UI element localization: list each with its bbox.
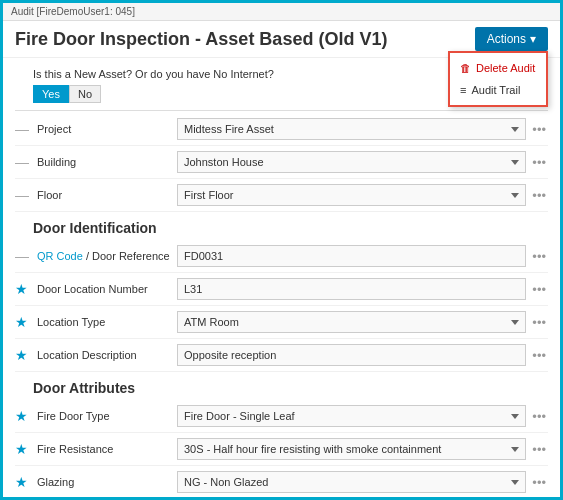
qrcode-menu[interactable]: ••• <box>530 249 548 264</box>
building-value: Johnston House <box>177 151 526 173</box>
qrcode-row: — QR Code / Door Reference ••• <box>15 240 548 273</box>
location-desc-value <box>177 344 526 366</box>
project-value: Midtess Fire Asset <box>177 118 526 140</box>
glazing-row: ★ Glazing NG - Non Glazed ••• <box>15 466 548 497</box>
fire-door-type-label: Fire Door Type <box>33 410 173 422</box>
main-content: Is this a New Asset? Or do you have No I… <box>3 58 560 497</box>
project-label: Project <box>33 123 173 135</box>
actions-wrapper: Actions ▾ 🗑 Delete Audit ≡ Audit Trail ← <box>475 27 548 51</box>
fire-door-type-menu[interactable]: ••• <box>530 409 548 424</box>
section-door-identification: Door Identification <box>15 212 548 240</box>
door-location-menu[interactable]: ••• <box>530 282 548 297</box>
glazing-label: Glazing <box>33 476 173 488</box>
fire-resistance-value: 30S - Half hour fire resisting with smok… <box>177 438 526 460</box>
glazing-select[interactable]: NG - Non Glazed <box>177 471 526 493</box>
location-desc-star: ★ <box>15 347 29 363</box>
delete-label: Delete Audit <box>476 62 535 74</box>
fire-door-type-star: ★ <box>15 408 29 424</box>
location-type-menu[interactable]: ••• <box>530 315 548 330</box>
fire-resistance-select[interactable]: 30S - Half hour fire resisting with smok… <box>177 438 526 460</box>
audit-trail-item[interactable]: ≡ Audit Trail <box>450 79 546 101</box>
floor-value: First Floor <box>177 184 526 206</box>
location-desc-label: Location Description <box>33 349 173 361</box>
qrcode-input[interactable] <box>177 245 526 267</box>
glazing-star: ★ <box>15 474 29 490</box>
floor-row: — Floor First Floor ••• <box>15 179 548 212</box>
page-title: Fire Door Inspection - Asset Based (Old … <box>15 29 387 50</box>
project-menu[interactable]: ••• <box>530 122 548 137</box>
qrcode-dash: — <box>15 248 29 264</box>
location-type-row: ★ Location Type ATM Room ••• <box>15 306 548 339</box>
audit-trail-label: Audit Trail <box>471 84 520 96</box>
floor-menu[interactable]: ••• <box>530 188 548 203</box>
door-location-label: Door Location Number <box>33 283 173 295</box>
building-select[interactable]: Johnston House <box>177 151 526 173</box>
location-desc-menu[interactable]: ••• <box>530 348 548 363</box>
glazing-value: NG - Non Glazed <box>177 471 526 493</box>
fire-resistance-menu[interactable]: ••• <box>530 442 548 457</box>
fire-door-type-value: Fire Door - Single Leaf <box>177 405 526 427</box>
location-desc-row: ★ Location Description ••• <box>15 339 548 372</box>
location-type-star: ★ <box>15 314 29 330</box>
fire-resistance-label: Fire Resistance <box>33 443 173 455</box>
project-dash: — <box>15 121 29 137</box>
new-asset-yes[interactable]: Yes <box>33 85 69 103</box>
fire-resistance-row: ★ Fire Resistance 30S - Half hour fire r… <box>15 433 548 466</box>
floor-select[interactable]: First Floor <box>177 184 526 206</box>
fire-resistance-star: ★ <box>15 441 29 457</box>
delete-audit-item[interactable]: 🗑 Delete Audit <box>450 57 546 79</box>
fire-door-type-row: ★ Fire Door Type Fire Door - Single Leaf… <box>15 400 548 433</box>
location-type-label: Location Type <box>33 316 173 328</box>
qrcode-label: QR Code / Door Reference <box>33 250 173 262</box>
actions-button[interactable]: Actions ▾ 🗑 Delete Audit ≡ Audit Trail <box>475 27 548 51</box>
project-select[interactable]: Midtess Fire Asset <box>177 118 526 140</box>
floor-label: Floor <box>33 189 173 201</box>
location-type-value: ATM Room <box>177 311 526 333</box>
top-bar: Audit [FireDemoUser1: 045] <box>3 3 560 21</box>
new-asset-no[interactable]: No <box>69 85 101 103</box>
actions-dropdown: 🗑 Delete Audit ≡ Audit Trail <box>448 51 548 107</box>
building-dash: — <box>15 154 29 170</box>
audit-label: Audit [FireDemoUser1: 045] <box>11 6 135 17</box>
list-icon: ≡ <box>460 84 466 96</box>
building-label: Building <box>33 156 173 168</box>
door-location-value <box>177 278 526 300</box>
header: Fire Door Inspection - Asset Based (Old … <box>3 21 560 58</box>
project-row: — Project Midtess Fire Asset ••• <box>15 113 548 146</box>
location-type-select[interactable]: ATM Room <box>177 311 526 333</box>
door-location-input[interactable] <box>177 278 526 300</box>
fire-door-type-select[interactable]: Fire Door - Single Leaf <box>177 405 526 427</box>
section-door-attributes: Door Attributes <box>15 372 548 400</box>
trash-icon: 🗑 <box>460 62 471 74</box>
door-location-row: ★ Door Location Number ••• <box>15 273 548 306</box>
location-desc-input[interactable] <box>177 344 526 366</box>
building-menu[interactable]: ••• <box>530 155 548 170</box>
actions-label: Actions <box>487 32 526 46</box>
door-location-star: ★ <box>15 281 29 297</box>
chevron-down-icon: ▾ <box>530 32 536 46</box>
building-row: — Building Johnston House ••• <box>15 146 548 179</box>
glazing-menu[interactable]: ••• <box>530 475 548 490</box>
floor-dash: — <box>15 187 29 203</box>
qrcode-value <box>177 245 526 267</box>
